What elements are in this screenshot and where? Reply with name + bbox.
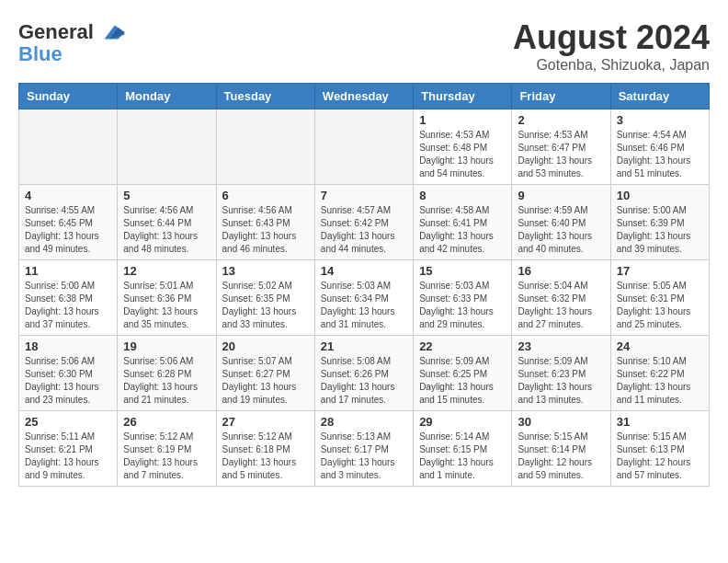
day-number: 20 bbox=[222, 339, 309, 353]
weekday-header-thursday: Thursday bbox=[414, 84, 512, 109]
calendar-cell: 29Sunrise: 5:14 AM Sunset: 6:15 PM Dayli… bbox=[414, 411, 512, 487]
day-info: Sunrise: 5:13 AM Sunset: 6:17 PM Dayligh… bbox=[321, 431, 407, 482]
day-number: 13 bbox=[222, 264, 309, 278]
day-number: 1 bbox=[419, 113, 506, 127]
day-info: Sunrise: 5:09 AM Sunset: 6:25 PM Dayligh… bbox=[419, 355, 506, 407]
day-info: Sunrise: 5:06 AM Sunset: 6:30 PM Dayligh… bbox=[25, 355, 111, 407]
day-info: Sunrise: 5:05 AM Sunset: 6:31 PM Dayligh… bbox=[617, 280, 703, 331]
week-row-1: 1Sunrise: 4:53 AM Sunset: 6:48 PM Daylig… bbox=[19, 109, 710, 185]
calendar-cell: 5Sunrise: 4:56 AM Sunset: 6:44 PM Daylig… bbox=[118, 185, 216, 260]
calendar-table: SundayMondayTuesdayWednesdayThursdayFrid… bbox=[18, 83, 710, 487]
day-number: 12 bbox=[123, 264, 210, 278]
calendar-cell: 16Sunrise: 5:04 AM Sunset: 6:32 PM Dayli… bbox=[512, 260, 610, 336]
day-number: 18 bbox=[25, 339, 111, 353]
day-number: 5 bbox=[123, 189, 210, 202]
day-info: Sunrise: 5:15 AM Sunset: 6:14 PM Dayligh… bbox=[518, 431, 604, 482]
weekday-header-saturday: Saturday bbox=[610, 84, 709, 109]
week-row-2: 4Sunrise: 4:55 AM Sunset: 6:45 PM Daylig… bbox=[19, 185, 710, 260]
calendar-cell bbox=[19, 109, 118, 185]
day-number: 23 bbox=[518, 339, 604, 353]
day-number: 28 bbox=[321, 415, 407, 429]
calendar-cell: 26Sunrise: 5:12 AM Sunset: 6:19 PM Dayli… bbox=[118, 411, 216, 487]
location-subtitle: Gotenba, Shizuoka, Japan bbox=[513, 57, 710, 74]
weekday-header-sunday: Sunday bbox=[19, 84, 118, 109]
weekday-header-wednesday: Wednesday bbox=[314, 84, 413, 109]
calendar-cell: 10Sunrise: 5:00 AM Sunset: 6:39 PM Dayli… bbox=[610, 185, 709, 260]
day-info: Sunrise: 5:00 AM Sunset: 6:38 PM Dayligh… bbox=[25, 280, 111, 331]
day-info: Sunrise: 5:06 AM Sunset: 6:28 PM Dayligh… bbox=[123, 355, 210, 407]
calendar-cell bbox=[314, 109, 413, 185]
day-info: Sunrise: 5:12 AM Sunset: 6:19 PM Dayligh… bbox=[123, 431, 210, 482]
calendar-cell: 4Sunrise: 4:55 AM Sunset: 6:45 PM Daylig… bbox=[19, 185, 118, 260]
day-number: 19 bbox=[123, 339, 210, 353]
day-number: 30 bbox=[518, 415, 604, 429]
calendar-cell: 30Sunrise: 5:15 AM Sunset: 6:14 PM Dayli… bbox=[512, 411, 610, 487]
calendar-cell: 7Sunrise: 4:57 AM Sunset: 6:42 PM Daylig… bbox=[314, 185, 413, 260]
day-info: Sunrise: 4:54 AM Sunset: 6:46 PM Dayligh… bbox=[617, 129, 703, 180]
day-info: Sunrise: 5:15 AM Sunset: 6:13 PM Dayligh… bbox=[617, 431, 703, 482]
day-info: Sunrise: 5:07 AM Sunset: 6:27 PM Dayligh… bbox=[222, 355, 309, 407]
day-info: Sunrise: 5:03 AM Sunset: 6:34 PM Dayligh… bbox=[321, 280, 407, 331]
calendar-cell: 18Sunrise: 5:06 AM Sunset: 6:30 PM Dayli… bbox=[19, 336, 118, 411]
day-number: 10 bbox=[617, 189, 703, 202]
day-info: Sunrise: 5:01 AM Sunset: 6:36 PM Dayligh… bbox=[123, 280, 210, 331]
calendar-cell: 20Sunrise: 5:07 AM Sunset: 6:27 PM Dayli… bbox=[216, 336, 314, 411]
day-info: Sunrise: 4:58 AM Sunset: 6:41 PM Dayligh… bbox=[419, 204, 506, 256]
week-row-4: 18Sunrise: 5:06 AM Sunset: 6:30 PM Dayli… bbox=[19, 336, 710, 411]
day-number: 22 bbox=[419, 339, 506, 353]
day-number: 2 bbox=[518, 113, 604, 127]
day-number: 17 bbox=[617, 264, 703, 278]
calendar-cell bbox=[216, 109, 314, 185]
day-number: 15 bbox=[419, 264, 506, 278]
calendar-cell: 19Sunrise: 5:06 AM Sunset: 6:28 PM Dayli… bbox=[118, 336, 216, 411]
day-info: Sunrise: 4:57 AM Sunset: 6:42 PM Dayligh… bbox=[321, 204, 407, 256]
calendar-cell: 28Sunrise: 5:13 AM Sunset: 6:17 PM Dayli… bbox=[314, 411, 413, 487]
calendar-cell: 27Sunrise: 5:12 AM Sunset: 6:18 PM Dayli… bbox=[216, 411, 314, 487]
day-number: 4 bbox=[25, 189, 111, 202]
logo: General Blue bbox=[18, 18, 125, 66]
calendar-cell: 25Sunrise: 5:11 AM Sunset: 6:21 PM Dayli… bbox=[19, 411, 118, 487]
weekday-header-monday: Monday bbox=[118, 84, 216, 109]
calendar-cell: 12Sunrise: 5:01 AM Sunset: 6:36 PM Dayli… bbox=[118, 260, 216, 336]
month-title: August 2024 bbox=[513, 18, 710, 57]
day-number: 27 bbox=[222, 415, 309, 429]
calendar-cell: 2Sunrise: 4:53 AM Sunset: 6:47 PM Daylig… bbox=[512, 109, 610, 185]
day-number: 7 bbox=[321, 189, 407, 202]
day-info: Sunrise: 5:02 AM Sunset: 6:35 PM Dayligh… bbox=[222, 280, 309, 331]
calendar-cell: 11Sunrise: 5:00 AM Sunset: 6:38 PM Dayli… bbox=[19, 260, 118, 336]
day-info: Sunrise: 4:59 AM Sunset: 6:40 PM Dayligh… bbox=[518, 204, 604, 256]
calendar-cell: 3Sunrise: 4:54 AM Sunset: 6:46 PM Daylig… bbox=[610, 109, 709, 185]
day-number: 3 bbox=[617, 113, 703, 127]
day-info: Sunrise: 4:53 AM Sunset: 6:47 PM Dayligh… bbox=[518, 129, 604, 180]
day-info: Sunrise: 5:00 AM Sunset: 6:39 PM Dayligh… bbox=[617, 204, 703, 256]
day-number: 25 bbox=[25, 415, 111, 429]
title-block: August 2024 Gotenba, Shizuoka, Japan bbox=[513, 18, 710, 74]
day-number: 6 bbox=[222, 189, 309, 202]
page-header: General Blue August 2024 Gotenba, Shizuo… bbox=[18, 18, 710, 74]
calendar-cell: 17Sunrise: 5:05 AM Sunset: 6:31 PM Dayli… bbox=[610, 260, 709, 336]
day-number: 16 bbox=[518, 264, 604, 278]
calendar-cell bbox=[118, 109, 216, 185]
day-number: 21 bbox=[321, 339, 407, 353]
day-info: Sunrise: 5:11 AM Sunset: 6:21 PM Dayligh… bbox=[25, 431, 111, 482]
day-info: Sunrise: 5:12 AM Sunset: 6:18 PM Dayligh… bbox=[222, 431, 309, 482]
day-info: Sunrise: 5:10 AM Sunset: 6:22 PM Dayligh… bbox=[617, 355, 703, 407]
day-number: 8 bbox=[419, 189, 506, 202]
header-row: SundayMondayTuesdayWednesdayThursdayFrid… bbox=[19, 84, 710, 109]
day-info: Sunrise: 4:56 AM Sunset: 6:43 PM Dayligh… bbox=[222, 204, 309, 256]
day-number: 26 bbox=[123, 415, 210, 429]
day-info: Sunrise: 4:56 AM Sunset: 6:44 PM Dayligh… bbox=[123, 204, 210, 256]
day-number: 31 bbox=[617, 415, 703, 429]
day-number: 24 bbox=[617, 339, 703, 353]
day-info: Sunrise: 4:55 AM Sunset: 6:45 PM Dayligh… bbox=[25, 204, 111, 256]
logo-icon bbox=[97, 18, 125, 46]
calendar-cell: 6Sunrise: 4:56 AM Sunset: 6:43 PM Daylig… bbox=[216, 185, 314, 260]
calendar-cell: 14Sunrise: 5:03 AM Sunset: 6:34 PM Dayli… bbox=[314, 260, 413, 336]
day-info: Sunrise: 5:08 AM Sunset: 6:26 PM Dayligh… bbox=[321, 355, 407, 407]
day-number: 29 bbox=[419, 415, 506, 429]
day-number: 11 bbox=[25, 264, 111, 278]
calendar-cell: 13Sunrise: 5:02 AM Sunset: 6:35 PM Dayli… bbox=[216, 260, 314, 336]
calendar-cell: 8Sunrise: 4:58 AM Sunset: 6:41 PM Daylig… bbox=[414, 185, 512, 260]
weekday-header-tuesday: Tuesday bbox=[216, 84, 314, 109]
weekday-header-friday: Friday bbox=[512, 84, 610, 109]
